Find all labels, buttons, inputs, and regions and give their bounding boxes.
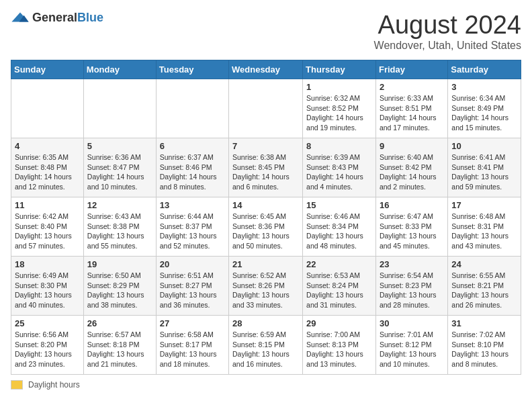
day-number: 15 bbox=[306, 200, 372, 210]
cell-content: Sunrise: 6:34 AM Sunset: 8:49 PM Dayligh… bbox=[451, 93, 517, 133]
calendar-cell: 28Sunrise: 6:59 AM Sunset: 8:15 PM Dayli… bbox=[229, 316, 303, 375]
cell-content: Sunrise: 6:54 AM Sunset: 8:23 PM Dayligh… bbox=[380, 271, 444, 310]
day-number: 11 bbox=[15, 200, 80, 210]
calendar-cell: 15Sunrise: 6:46 AM Sunset: 8:34 PM Dayli… bbox=[303, 197, 376, 257]
calendar-cell: 16Sunrise: 6:47 AM Sunset: 8:33 PM Dayli… bbox=[375, 197, 447, 257]
cell-content: Sunrise: 6:44 AM Sunset: 8:37 PM Dayligh… bbox=[160, 212, 225, 251]
cell-content: Sunrise: 6:35 AM Sunset: 8:48 PM Dayligh… bbox=[15, 152, 80, 192]
calendar-cell: 27Sunrise: 6:58 AM Sunset: 8:17 PM Dayli… bbox=[156, 316, 228, 375]
calendar-cell: 25Sunrise: 6:56 AM Sunset: 8:20 PM Dayli… bbox=[11, 316, 84, 375]
day-number: 20 bbox=[160, 259, 225, 269]
cell-content: Sunrise: 6:41 AM Sunset: 8:41 PM Dayligh… bbox=[451, 152, 517, 192]
calendar-cell: 7Sunrise: 6:38 AM Sunset: 8:45 PM Daylig… bbox=[229, 138, 303, 197]
calendar-cell: 3Sunrise: 6:34 AM Sunset: 8:49 PM Daylig… bbox=[448, 79, 521, 138]
calendar-cell bbox=[83, 79, 156, 138]
calendar-cell: 18Sunrise: 6:49 AM Sunset: 8:30 PM Dayli… bbox=[11, 257, 84, 316]
title-area: August 2024 Wendover, Utah, United State… bbox=[374, 11, 521, 52]
calendar-cell: 8Sunrise: 6:39 AM Sunset: 8:43 PM Daylig… bbox=[303, 138, 376, 197]
calendar-cell: 11Sunrise: 6:42 AM Sunset: 8:40 PM Dayli… bbox=[11, 197, 84, 257]
calendar-cell: 22Sunrise: 6:53 AM Sunset: 8:24 PM Dayli… bbox=[303, 257, 376, 316]
calendar-cell: 17Sunrise: 6:48 AM Sunset: 8:31 PM Dayli… bbox=[448, 197, 521, 257]
calendar-cell: 21Sunrise: 6:52 AM Sunset: 8:26 PM Dayli… bbox=[229, 257, 303, 316]
cell-content: Sunrise: 6:50 AM Sunset: 8:29 PM Dayligh… bbox=[87, 271, 152, 310]
calendar-cell bbox=[156, 79, 228, 138]
cell-content: Sunrise: 6:47 AM Sunset: 8:33 PM Dayligh… bbox=[380, 212, 444, 251]
cell-content: Sunrise: 6:56 AM Sunset: 8:20 PM Dayligh… bbox=[15, 330, 80, 369]
day-number: 16 bbox=[380, 200, 444, 210]
day-number: 31 bbox=[451, 318, 517, 328]
cell-content: Sunrise: 6:48 AM Sunset: 8:31 PM Dayligh… bbox=[451, 212, 517, 251]
calendar-week-row: 25Sunrise: 6:56 AM Sunset: 8:20 PM Dayli… bbox=[11, 316, 521, 375]
cell-content: Sunrise: 6:51 AM Sunset: 8:27 PM Dayligh… bbox=[160, 271, 225, 310]
calendar-cell: 24Sunrise: 6:55 AM Sunset: 8:21 PM Dayli… bbox=[448, 257, 521, 316]
calendar-cell: 1Sunrise: 6:32 AM Sunset: 8:52 PM Daylig… bbox=[303, 79, 376, 138]
calendar-cell: 30Sunrise: 7:01 AM Sunset: 8:12 PM Dayli… bbox=[375, 316, 447, 375]
day-number: 18 bbox=[15, 259, 80, 269]
cell-content: Sunrise: 6:59 AM Sunset: 8:15 PM Dayligh… bbox=[232, 330, 299, 369]
day-number: 7 bbox=[232, 141, 299, 151]
cell-content: Sunrise: 6:57 AM Sunset: 8:18 PM Dayligh… bbox=[87, 330, 152, 369]
legend: Daylight hours bbox=[11, 380, 521, 390]
cell-content: Sunrise: 6:46 AM Sunset: 8:34 PM Dayligh… bbox=[306, 212, 372, 251]
cell-content: Sunrise: 6:42 AM Sunset: 8:40 PM Dayligh… bbox=[15, 212, 80, 251]
logo-icon bbox=[11, 11, 30, 25]
cell-content: Sunrise: 6:33 AM Sunset: 8:51 PM Dayligh… bbox=[380, 93, 444, 133]
day-number: 2 bbox=[380, 82, 444, 92]
cell-content: Sunrise: 6:58 AM Sunset: 8:17 PM Dayligh… bbox=[160, 330, 225, 369]
calendar-cell: 23Sunrise: 6:54 AM Sunset: 8:23 PM Dayli… bbox=[375, 257, 447, 316]
calendar-table: SundayMondayTuesdayWednesdayThursdayFrid… bbox=[11, 60, 521, 375]
cell-content: Sunrise: 6:38 AM Sunset: 8:45 PM Dayligh… bbox=[232, 152, 299, 192]
logo-blue: Blue bbox=[77, 11, 103, 24]
cell-content: Sunrise: 6:49 AM Sunset: 8:30 PM Dayligh… bbox=[15, 271, 80, 310]
day-number: 10 bbox=[451, 141, 517, 151]
day-number: 4 bbox=[15, 141, 80, 151]
day-number: 26 bbox=[87, 318, 152, 328]
cell-content: Sunrise: 6:52 AM Sunset: 8:26 PM Dayligh… bbox=[232, 271, 299, 310]
cell-content: Sunrise: 7:00 AM Sunset: 8:13 PM Dayligh… bbox=[306, 330, 372, 369]
calendar-cell: 10Sunrise: 6:41 AM Sunset: 8:41 PM Dayli… bbox=[448, 138, 521, 197]
calendar-cell: 29Sunrise: 7:00 AM Sunset: 8:13 PM Dayli… bbox=[303, 316, 376, 375]
day-number: 28 bbox=[232, 318, 299, 328]
calendar-cell: 12Sunrise: 6:43 AM Sunset: 8:38 PM Dayli… bbox=[83, 197, 156, 257]
calendar-week-row: 4Sunrise: 6:35 AM Sunset: 8:48 PM Daylig… bbox=[11, 138, 521, 197]
day-number: 17 bbox=[451, 200, 517, 210]
calendar-header-row: SundayMondayTuesdayWednesdayThursdayFrid… bbox=[11, 60, 521, 79]
day-number: 12 bbox=[87, 200, 152, 210]
cell-content: Sunrise: 7:01 AM Sunset: 8:12 PM Dayligh… bbox=[380, 330, 444, 369]
logo-general: General bbox=[32, 11, 77, 24]
calendar-cell: 31Sunrise: 7:02 AM Sunset: 8:10 PM Dayli… bbox=[448, 316, 521, 375]
day-header-monday: Monday bbox=[83, 60, 156, 79]
day-number: 25 bbox=[15, 318, 80, 328]
day-header-tuesday: Tuesday bbox=[156, 60, 228, 79]
calendar-cell: 14Sunrise: 6:45 AM Sunset: 8:36 PM Dayli… bbox=[229, 197, 303, 257]
legend-box bbox=[11, 380, 23, 390]
day-header-friday: Friday bbox=[375, 60, 447, 79]
calendar-cell: 9Sunrise: 6:40 AM Sunset: 8:42 PM Daylig… bbox=[375, 138, 447, 197]
day-number: 22 bbox=[306, 259, 372, 269]
calendar-cell: 2Sunrise: 6:33 AM Sunset: 8:51 PM Daylig… bbox=[375, 79, 447, 138]
day-header-saturday: Saturday bbox=[448, 60, 521, 79]
day-number: 5 bbox=[87, 141, 152, 151]
cell-content: Sunrise: 6:55 AM Sunset: 8:21 PM Dayligh… bbox=[451, 271, 517, 310]
page-header: GeneralBlue August 2024 Wendover, Utah, … bbox=[11, 11, 521, 52]
calendar-cell bbox=[11, 79, 84, 138]
cell-content: Sunrise: 6:53 AM Sunset: 8:24 PM Dayligh… bbox=[306, 271, 372, 310]
calendar-cell bbox=[229, 79, 303, 138]
calendar-cell: 19Sunrise: 6:50 AM Sunset: 8:29 PM Dayli… bbox=[83, 257, 156, 316]
calendar-week-row: 11Sunrise: 6:42 AM Sunset: 8:40 PM Dayli… bbox=[11, 197, 521, 257]
day-number: 6 bbox=[160, 141, 225, 151]
calendar-cell: 6Sunrise: 6:37 AM Sunset: 8:46 PM Daylig… bbox=[156, 138, 228, 197]
day-number: 14 bbox=[232, 200, 299, 210]
day-number: 30 bbox=[380, 318, 444, 328]
day-number: 27 bbox=[160, 318, 225, 328]
calendar-cell: 26Sunrise: 6:57 AM Sunset: 8:18 PM Dayli… bbox=[83, 316, 156, 375]
cell-content: Sunrise: 7:02 AM Sunset: 8:10 PM Dayligh… bbox=[451, 330, 517, 369]
calendar-week-row: 18Sunrise: 6:49 AM Sunset: 8:30 PM Dayli… bbox=[11, 257, 521, 316]
day-number: 9 bbox=[380, 141, 444, 151]
month-title: August 2024 bbox=[374, 11, 521, 40]
day-number: 3 bbox=[451, 82, 517, 92]
cell-content: Sunrise: 6:37 AM Sunset: 8:46 PM Dayligh… bbox=[160, 152, 225, 192]
day-number: 19 bbox=[87, 259, 152, 269]
day-number: 29 bbox=[306, 318, 372, 328]
cell-content: Sunrise: 6:40 AM Sunset: 8:42 PM Dayligh… bbox=[380, 152, 444, 192]
